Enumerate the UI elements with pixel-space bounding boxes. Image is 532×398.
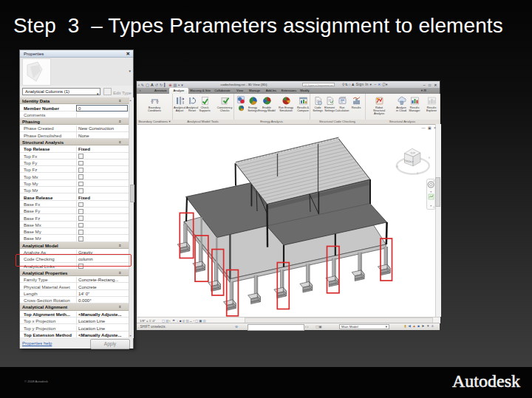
svg-text:▾: ▾ <box>430 190 432 193</box>
svg-text:▾: ▾ <box>430 204 432 207</box>
svg-text:S: S <box>417 172 418 175</box>
svg-text:TOP: TOP <box>410 151 416 155</box>
svg-text:W: W <box>396 165 398 168</box>
svg-text:E: E <box>429 157 430 159</box>
